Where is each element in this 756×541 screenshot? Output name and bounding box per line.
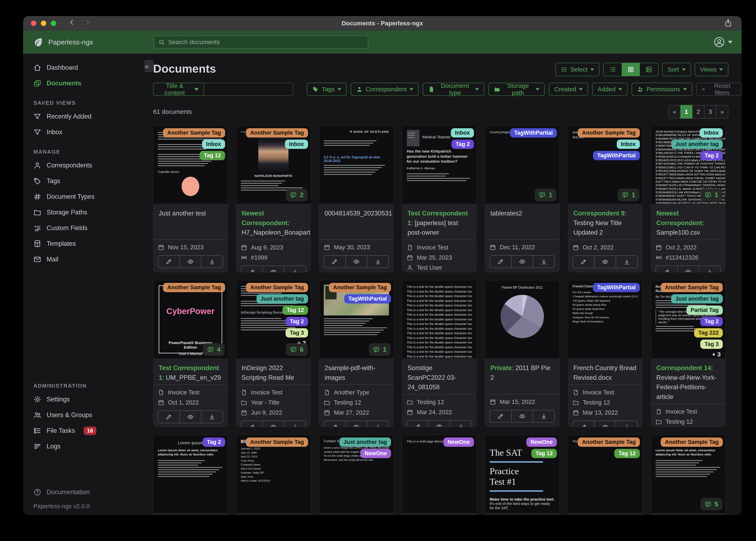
download-button[interactable]: [367, 256, 389, 268]
tag-just-another-tag[interactable]: Just another tag: [339, 437, 391, 447]
filter-permissions-button[interactable]: Permissions: [632, 83, 692, 96]
document-card[interactable]: Lorem ipsumLorem ipsum dolor sit amet, c…: [153, 435, 228, 515]
tag-inbox[interactable]: Inbox: [617, 140, 640, 149]
tag-another-sample-tag[interactable]: Another Sample Tag: [661, 437, 723, 447]
tag-tag-12[interactable]: Tag 12: [614, 449, 640, 458]
document-thumbnail[interactable]: Contact Sheet DemoGiven a set of image f…: [319, 435, 393, 513]
tag-just-another-tag[interactable]: Just another tag: [256, 294, 308, 303]
browser-forward-icon[interactable]: [84, 19, 91, 28]
document-thumbnail[interactable]: This is a test for the double space char…: [402, 280, 476, 358]
document-card[interactable]: Medical TeacherHas the new Kirkpatrick g…: [402, 126, 477, 272]
zoom-window-button[interactable]: [51, 21, 56, 26]
download-button[interactable]: [367, 421, 389, 427]
tag-tag-12[interactable]: Tag 12: [282, 305, 308, 315]
document-card[interactable]: one,1.0five,5.0Another Sample TagInboxTa…: [568, 126, 643, 272]
preview-button[interactable]: [511, 410, 533, 422]
tag-another-sample-tag[interactable]: Another Sample Tag: [163, 283, 225, 292]
document-card[interactable]: This is a multi page document Page 1.New…: [402, 435, 477, 515]
download-button[interactable]: [616, 256, 637, 268]
sidebar-item-settings[interactable]: Settings: [23, 391, 144, 407]
view-mode-list-button[interactable]: [604, 63, 622, 76]
tag-another-sample-tag[interactable]: Another Sample Tag: [329, 283, 391, 292]
sidebar-item-document-types[interactable]: Document Types: [23, 189, 144, 205]
sidebar-item-logs[interactable]: Logs: [23, 438, 144, 454]
tag-inbox[interactable]: Inbox: [202, 140, 225, 149]
document-title[interactable]: tablerates2: [485, 204, 559, 221]
tag-newone[interactable]: NewOne: [526, 437, 557, 447]
document-title[interactable]: Correspondent 9: Testing New Title Updat…: [568, 204, 642, 240]
download-button[interactable]: [699, 266, 720, 272]
sidebar-item-dashboard[interactable]: Dashboard: [23, 60, 144, 76]
document-thumbnail[interactable]: Serial Number,Company Name,Employe978818…: [651, 126, 725, 204]
sidebar-item-mail[interactable]: Mail: [23, 252, 144, 267]
preview-button[interactable]: [345, 256, 367, 268]
document-card[interactable]: Country,Region/State,"TTagWithPartial1ta…: [485, 126, 560, 272]
sort-button[interactable]: Sort: [662, 63, 691, 76]
sidebar-item-documentation[interactable]: Documentation: [23, 484, 144, 500]
document-thumbnail[interactable]: Another Sample TagTagWithPartial1: [319, 280, 393, 358]
document-thumbnail[interactable]: The SATPracticeTest #1Make time to take …: [485, 435, 559, 513]
tag-tag-3[interactable]: Tag 3: [286, 328, 308, 337]
sidebar-item-custom-fields[interactable]: Custom Fields: [23, 220, 144, 236]
minimize-window-button[interactable]: [41, 21, 46, 26]
page-button-prev[interactable]: «: [669, 105, 680, 119]
filter-added-button[interactable]: Added: [592, 83, 627, 96]
sidebar-item-recently-added[interactable]: Recently Added: [23, 109, 144, 124]
edit-button[interactable]: [573, 256, 594, 268]
document-title[interactable]: French Country Bread Revised.docx: [568, 358, 642, 384]
document-thumbnail[interactable]: ✳ BANK OF SCOTLAND2,0 % p. a. auf Ihr Ta…: [319, 126, 393, 204]
tag-tag-3[interactable]: Tag 3: [700, 339, 723, 349]
sidebar-item-users-groups[interactable]: Users & Groups: [23, 407, 144, 423]
document-card[interactable]: This is a testAnother Sample TagTag 12: [568, 435, 643, 515]
document-title[interactable]: InDesign 2022 Scripting Read Me: [236, 358, 311, 384]
download-button[interactable]: [284, 421, 306, 427]
tag-inbox[interactable]: Inbox: [285, 140, 308, 149]
document-thumbnail[interactable]: Review of Arbitral Awards Shows Swift Re…: [651, 280, 725, 358]
document-card[interactable]: Serial Number,Company Name,Employe978818…: [651, 126, 725, 272]
tag-inbox[interactable]: Inbox: [451, 128, 474, 138]
download-button[interactable]: [533, 410, 554, 422]
edit-button[interactable]: [573, 421, 594, 427]
document-correspondent[interactable]: Private: [490, 364, 512, 371]
document-title[interactable]: Newest Correspondent: H7_Napoleon_Bonapa…: [236, 204, 311, 240]
preview-button[interactable]: [262, 266, 284, 272]
tag-tag-2[interactable]: Tag 2: [451, 140, 474, 149]
preview-button[interactable]: [594, 421, 616, 427]
document-card[interactable]: Patient BP Distribution 2011Private: 201…: [485, 280, 560, 427]
tag-tag-12[interactable]: Tag 12: [200, 151, 225, 160]
document-correspondent[interactable]: Newest Correspondent: [656, 210, 702, 227]
filter-tags-button[interactable]: Tags: [307, 83, 347, 96]
tag-tag-2[interactable]: Tag 2: [700, 317, 723, 326]
document-thumbnail[interactable]: Test NameJanuary 2, 2022July 14, 1984Apr…: [236, 435, 311, 513]
download-button[interactable]: [201, 411, 223, 423]
edit-button[interactable]: [241, 266, 262, 272]
document-thumbnail[interactable]: Country,Region/State,"TTagWithPartial1: [485, 126, 559, 204]
sidebar-item-tags[interactable]: Tags: [23, 173, 144, 189]
tag-newone[interactable]: NewOne: [360, 449, 391, 458]
sidebar-collapse-button[interactable]: «: [144, 60, 154, 72]
document-card[interactable]: InDesign Scripting DocumentationAnother …: [236, 280, 311, 427]
document-title[interactable]: Private: 2011 BP Pie 2: [485, 358, 559, 384]
document-thumbnail[interactable]: This is a multi page document Page 1.New…: [402, 435, 476, 513]
document-card[interactable]: Test NameJanuary 2, 2022July 14, 1984Apr…: [236, 435, 311, 515]
edit-button[interactable]: [324, 256, 345, 268]
search-input[interactable]: [168, 39, 364, 46]
filter-storage-path-button[interactable]: Storage path: [488, 83, 545, 96]
document-title[interactable]: 2sample-pdf-with-images: [319, 358, 393, 384]
view-mode-detail-button[interactable]: [640, 63, 658, 76]
user-menu[interactable]: [713, 36, 732, 48]
app-brand[interactable]: Paperless-ngx: [33, 37, 93, 47]
tag-another-sample-tag[interactable]: Another Sample Tag: [578, 437, 640, 447]
tag-tag-222[interactable]: Tag 222: [694, 328, 723, 337]
tag-tagwithpartial[interactable]: TagWithPartial: [510, 128, 557, 138]
document-card[interactable]: Cupcake ipsumAnother Sample TagInboxTag …: [153, 126, 228, 272]
document-thumbnail[interactable]: Patient BP Distribution 2011: [485, 280, 559, 358]
share-icon[interactable]: [724, 19, 732, 28]
tag-another-sample-tag[interactable]: Another Sample Tag: [246, 437, 308, 447]
preview-button[interactable]: [262, 421, 284, 427]
edit-button[interactable]: [158, 411, 180, 423]
preview-button[interactable]: [180, 256, 201, 268]
preview-button[interactable]: [180, 411, 201, 423]
edit-button[interactable]: [407, 421, 428, 427]
document-thumbnail[interactable]: French Country BreadFor the Leaven1 heap…: [568, 280, 642, 358]
